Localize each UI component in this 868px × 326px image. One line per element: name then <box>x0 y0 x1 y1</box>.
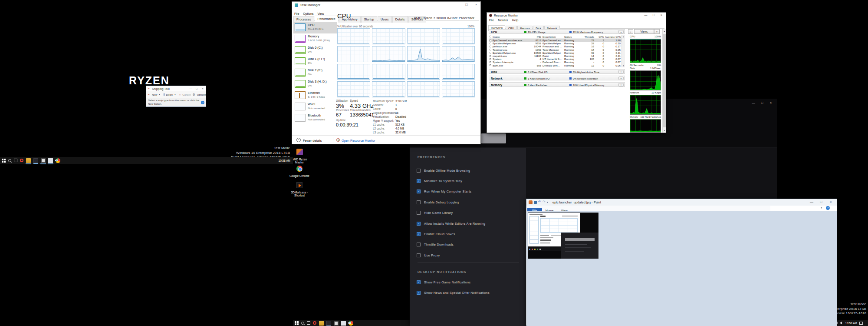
rm-section-disk[interactable]: Disk 0 KB/sec Disk I/O 0% Highest Active… <box>489 69 625 74</box>
column-header-threads[interactable]: Threads <box>582 35 595 38</box>
epic-pref-throttle-downloads[interactable]: Throttle Downloads <box>417 242 454 247</box>
minimize-button[interactable]: — <box>187 86 194 91</box>
rm-section-cpu[interactable]: CPU 3% CPU Usage 111% Maximum Frequency … <box>489 29 625 34</box>
open-resource-monitor-link[interactable]: Open Resource Monitor <box>342 139 375 143</box>
epic-pref-allow-installs-while-editors-are-running[interactable]: ✓Allow Installs While Editors Are Runnin… <box>417 221 485 226</box>
rm-section-network[interactable]: Network 1 Kbps Network I/O 0% Network Ut… <box>489 76 625 80</box>
process-row[interactable]: System4NT Kernel & S...Running18500.07 <box>489 57 621 60</box>
sidebar-item-disk-3-h-d[interactable]: Disk 3 (H: D:)0% <box>293 79 337 90</box>
help-icon[interactable]: ? <box>201 101 204 104</box>
column-header-average-cpu[interactable]: Average CPU <box>605 35 621 38</box>
sidebar-item-disk-1-i-f[interactable]: Disk 1 (I: F:)0% <box>293 56 337 67</box>
process-checkbox[interactable] <box>490 52 491 53</box>
taskbar-clock[interactable]: 10:58 AM <box>279 159 293 162</box>
taskbar-app-file-explorer[interactable] <box>319 321 324 326</box>
task-view-icon[interactable] <box>307 321 310 325</box>
taskbar-app-epic-games[interactable] <box>326 321 331 326</box>
process-checkbox[interactable] <box>490 61 491 63</box>
tab-processes[interactable]: Processes <box>293 16 314 23</box>
views-button[interactable]: Views <box>634 29 654 34</box>
rm-window-scrollbar[interactable]: ▴ ▾ <box>662 29 666 133</box>
show-desktop-divider[interactable] <box>866 321 866 325</box>
process-row[interactable]: Taskmgr.exe1092Task ManagerRunning1800.0… <box>489 48 621 51</box>
epic-notif-show-free-game-notifications[interactable]: ✓Show Free Game Notifications <box>417 279 470 285</box>
sidebar-item-disk-0-c[interactable]: Disk 0 (C:)0% <box>293 45 337 56</box>
paint-canvas-image[interactable] <box>528 213 598 259</box>
undo-icon[interactable]: ↶ <box>538 200 541 204</box>
column-header-image[interactable]: Image <box>489 35 530 38</box>
process-row[interactable]: System Interrupts-Deferred Proc...Runnin… <box>489 60 621 63</box>
taskbar-app-paint[interactable] <box>341 321 346 326</box>
tab-startup[interactable]: Startup <box>361 16 377 23</box>
new-snip-dropdown-icon[interactable]: ▾ <box>159 93 160 96</box>
taskbar-app-chrome[interactable] <box>349 321 353 326</box>
taskbar-app-task-manager[interactable] <box>334 321 339 326</box>
paint-work-area[interactable] <box>527 211 837 326</box>
expand-chevron-icon[interactable]: ▾ <box>618 70 624 73</box>
checked-checkbox-icon[interactable]: ✓ <box>417 291 421 295</box>
sidebar-item-wi-fi[interactable]: Wi-FiNot connected <box>293 101 337 113</box>
start-button[interactable] <box>2 159 6 163</box>
opera-icon[interactable] <box>20 159 23 162</box>
sidebar-item-cpu[interactable]: CPU3% 4.33 GHz <box>293 22 337 33</box>
new-snip-button[interactable]: New <box>152 93 157 96</box>
views-dropdown-icon[interactable]: ▾ <box>654 29 660 34</box>
maximize-button[interactable]: □ <box>462 2 471 8</box>
maximize-button[interactable]: □ <box>194 86 200 91</box>
process-checkbox[interactable] <box>490 46 491 47</box>
save-icon[interactable] <box>534 201 537 204</box>
action-center-icon[interactable] <box>859 322 863 325</box>
minimize-button[interactable]: — <box>453 2 461 8</box>
column-header-status[interactable]: Status <box>564 35 582 38</box>
collapse-chevron-icon[interactable]: ▴ <box>618 30 624 33</box>
opera-icon[interactable] <box>313 321 316 325</box>
redo-icon[interactable]: ↷ <box>542 200 546 204</box>
rm-table-scrollbar[interactable]: ▴ ▾ <box>621 35 625 67</box>
select-all-checkbox[interactable] <box>490 36 491 37</box>
process-checkbox[interactable] <box>490 40 491 41</box>
delay-dropdown-icon[interactable]: ▾ <box>174 93 175 96</box>
close-button[interactable]: × <box>200 86 206 91</box>
close-button[interactable]: × <box>766 100 775 106</box>
scroll-up-icon[interactable]: ▴ <box>622 35 625 38</box>
desktop-icon-google-chrome[interactable]: Google Chrome <box>288 166 311 177</box>
process-checkbox[interactable] <box>490 55 491 57</box>
options-button[interactable]: Options <box>197 93 206 96</box>
unchecked-checkbox-icon[interactable] <box>417 243 421 246</box>
tray-clock[interactable]: 10:58 AM <box>845 322 857 325</box>
help-icon[interactable]: ? <box>826 206 830 210</box>
maximize-button[interactable]: □ <box>758 100 766 106</box>
taskbar-app-epic-games[interactable] <box>33 158 38 163</box>
checked-checkbox-icon[interactable]: ✓ <box>417 179 421 183</box>
unchecked-checkbox-icon[interactable] <box>417 253 421 257</box>
tab-users[interactable]: Users <box>378 16 392 23</box>
scroll-down-icon[interactable]: ▾ <box>622 64 625 67</box>
scrollbar-thumb[interactable] <box>663 34 666 127</box>
scroll-down-icon[interactable]: ▾ <box>663 129 666 132</box>
volume-icon[interactable] <box>840 321 843 325</box>
unchecked-checkbox-icon[interactable] <box>417 200 421 204</box>
menu-file[interactable]: File <box>489 19 494 22</box>
epic-pref-enable-offline-mode-browsing[interactable]: Enable Offline Mode Browsing <box>417 168 470 173</box>
ribbon-collapse-icon[interactable]: ▾ <box>821 206 822 209</box>
process-row[interactable]: perfmon.exe10044Resource and ...Running1… <box>489 45 621 48</box>
search-icon[interactable] <box>8 159 11 162</box>
taskbar-app-4[interactable] <box>48 158 53 163</box>
expand-graphs-button[interactable]: › <box>628 29 633 34</box>
minimize-button[interactable]: — <box>749 100 758 106</box>
close-button[interactable]: × <box>472 2 480 8</box>
checked-checkbox-icon[interactable]: ✓ <box>417 232 421 236</box>
minimize-button[interactable]: — <box>641 13 650 18</box>
desktop-icon-3dmark[interactable]: 3DMark.exe - Shortcut <box>288 182 311 197</box>
process-checkbox[interactable] <box>490 49 491 50</box>
expand-chevron-icon[interactable]: ▾ <box>618 83 624 86</box>
taskbar-app-snipping-tool[interactable] <box>41 158 46 163</box>
unchecked-checkbox-icon[interactable] <box>417 211 421 215</box>
tab-details[interactable]: Details <box>392 16 408 23</box>
process-checkbox[interactable] <box>490 58 491 60</box>
quick-access-dropdown-icon[interactable]: ▾ <box>547 201 548 203</box>
close-button[interactable]: × <box>826 199 835 205</box>
start-button[interactable] <box>295 321 299 325</box>
epic-pref-hide-game-library[interactable]: Hide Game Library <box>417 210 453 216</box>
delay-button[interactable]: Delay <box>166 93 173 96</box>
